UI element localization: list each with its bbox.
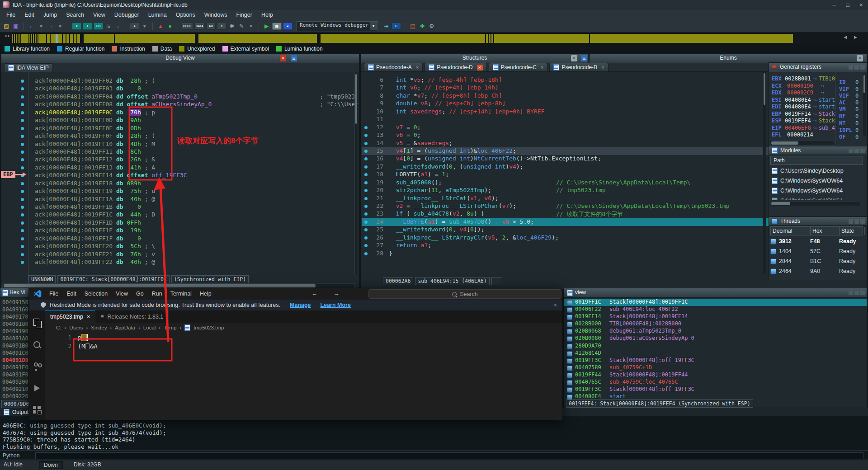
stack-row[interactable]: 0019FF44Stack[00000F48]:0019FF44 <box>564 371 867 379</box>
debug-icon[interactable] <box>33 384 42 393</box>
disasm-line[interactable]: ack[00000F48]:0019FF1B db 0 <box>2 203 359 211</box>
stack-row[interactable]: 00407589sub_40759C+1D <box>564 364 867 371</box>
breakpoint-dot-icon[interactable] <box>21 111 24 114</box>
breadcrumb-item[interactable]: tmp5023.tmp <box>193 325 224 330</box>
breakpoint-dot-icon[interactable] <box>21 182 24 185</box>
disassembly-vscrollbar[interactable] <box>354 72 358 274</box>
rename-caret-icon[interactable]: ▾ <box>141 22 149 30</box>
hex-address[interactable]: 00409220 <box>0 393 28 400</box>
navigation-band-strip[interactable]: ▼ <box>12 33 793 43</box>
navigation-band[interactable]: ◄► ▼ ◄► <box>0 33 868 44</box>
vscode-menu-view[interactable]: View <box>112 291 132 297</box>
learn-more-link[interactable]: Learn More <box>321 302 351 308</box>
breadcrumb-item[interactable]: Local <box>143 325 156 330</box>
disasm-line[interactable]: ack[00000F48]:0019FF20 db 5Ch ; \ <box>2 243 359 250</box>
flags-list[interactable]: ID0VIP0VIF0AC0VM0RF0NT0IOPL0OF0 <box>835 72 867 147</box>
modules-hscrollbar[interactable] <box>770 201 860 206</box>
flow-icon[interactable]: ≋ <box>104 22 113 30</box>
breakpoint-dot-icon[interactable] <box>364 189 368 192</box>
disasm-line[interactable]: ack[00000F48]:0019FF22 db 40h ; @ <box>2 258 359 266</box>
flag-row[interactable]: AC0 <box>835 99 867 106</box>
disasm-line[interactable]: ack[00000F48]:0019FF12 db 26h ; & <box>2 156 359 164</box>
hex-address[interactable]: 00409150 <box>0 299 28 306</box>
scrollbar-thumb[interactable] <box>771 141 798 145</box>
open-file-icon[interactable]: ▨ <box>2 22 10 30</box>
breakpoint-dot-icon[interactable] <box>364 221 368 224</box>
breadcrumb-item[interactable]: Users <box>69 325 83 330</box>
menu-options[interactable]: Options <box>171 10 200 20</box>
breakpoint-dot-icon[interactable] <box>364 165 368 169</box>
cli-language-label[interactable]: Python <box>3 452 19 459</box>
hex-address[interactable]: 004091C0 <box>0 350 28 357</box>
tab-pseudocode-b[interactable]: Pseudocode-B× <box>549 63 608 71</box>
threads-header[interactable]: DecimalHexState <box>770 226 863 235</box>
scrollbar-thumb[interactable] <box>764 73 765 105</box>
breadcrumb-item[interactable]: Sindey <box>91 325 107 330</box>
disasm-line[interactable]: ack[00000F48]:0019FF0F db 28h ; ( <box>2 132 359 140</box>
flag-row[interactable]: RF0 <box>835 113 867 120</box>
stack-row[interactable]: 020B0068debug061:aTmp5023Tmp_0 <box>564 328 867 335</box>
close-tab-icon[interactable]: × <box>87 314 90 320</box>
make-code-icon[interactable]: CODE <box>182 23 193 30</box>
start-process-icon[interactable]: ▶ <box>263 22 271 30</box>
menu-edit[interactable]: Edit <box>20 10 39 20</box>
breakpoint-dot-icon[interactable] <box>364 244 368 247</box>
window-list-icon[interactable]: ≣ <box>291 55 297 61</box>
flag-row[interactable]: NT0 <box>835 120 867 127</box>
menu-view[interactable]: View <box>89 10 110 20</box>
vscode-menu-edit[interactable]: Edit <box>62 291 80 297</box>
close-tab-icon[interactable]: × <box>601 65 604 70</box>
breakpoint-dot-icon[interactable] <box>21 158 24 161</box>
watches-window-icon[interactable]: 101 <box>94 23 103 30</box>
breakpoint-dot-icon[interactable] <box>364 150 368 153</box>
window-buttons[interactable] <box>849 65 865 70</box>
threads-col-header[interactable]: Decimal <box>771 227 811 235</box>
close-tab-icon[interactable]: × <box>416 65 419 70</box>
forward-caret-icon[interactable]: ▾ <box>56 22 64 30</box>
maximize-button[interactable]: □ <box>841 0 854 10</box>
tools-icon[interactable]: ⚙ <box>428 22 436 30</box>
scrollbar-thumb[interactable] <box>355 74 357 124</box>
register-row[interactable]: EBP0019FF14↪Stack <box>769 111 835 118</box>
make-data-icon[interactable]: DATA <box>194 23 205 30</box>
close-button[interactable]: × <box>854 0 868 10</box>
breakpoint-dot-icon[interactable] <box>21 213 24 216</box>
add-breakpoint-icon[interactable]: ✚ <box>418 22 426 30</box>
breakpoint-dot-icon[interactable] <box>364 236 368 240</box>
breadcrumb-item[interactable]: Temp <box>164 325 176 330</box>
dropdown-caret-icon[interactable]: ▼ <box>370 22 377 30</box>
trace-window-icon[interactable]: T <box>83 23 92 30</box>
stack-row[interactable]: 0040765Csub_40759C:loc_40765C <box>564 379 867 386</box>
star-icon[interactable]: ✱ <box>228 22 236 30</box>
stack-row[interactable]: 0019FF1CStack[00000F48]:0019FF1C <box>564 299 867 306</box>
breakpoint-dot-icon[interactable] <box>21 143 24 146</box>
breakpoint-dot-icon[interactable] <box>21 127 24 130</box>
window-buttons[interactable] <box>849 219 865 224</box>
disasm-line[interactable]: ack[00000F48]:0019FF13 db 41h ; A <box>2 164 359 172</box>
modules-path-header[interactable]: Path <box>770 156 863 165</box>
breakpoint-dot-icon[interactable] <box>21 198 24 201</box>
stack-row[interactable]: 020B0080debug061:aCUsersSindeyAp_0 <box>564 335 867 342</box>
breadcrumb-item[interactable]: C: <box>56 325 61 330</box>
breakpoint-dot-icon[interactable] <box>364 134 368 137</box>
hex-address[interactable]: 004091E0 <box>0 364 28 371</box>
hex-address[interactable]: 00409180 <box>0 321 28 328</box>
make-struct-icon[interactable]: AB <box>206 23 216 30</box>
flag-row[interactable]: IOPL0 <box>835 127 867 134</box>
breakpoint-dot-icon[interactable] <box>21 245 24 248</box>
module-row[interactable]: C:\Windows\SysWOW64 <box>769 196 867 200</box>
breakpoint-dot-icon[interactable] <box>21 221 24 225</box>
flag-row[interactable]: ID0 <box>835 79 867 86</box>
breadcrumb[interactable]: C:›Users›Sindey›AppData›Local›Temp›tmp50… <box>45 323 562 332</box>
menu-jump[interactable]: Jump <box>39 10 62 20</box>
disasm-line[interactable]: ack[00000F48]:0019FF14 dd offset off_19F… <box>2 172 359 179</box>
hex-address[interactable]: 00409210 <box>0 386 28 393</box>
tab-ida-view-eip[interactable]: IDA View-EIP <box>4 63 53 72</box>
flag-row[interactable]: VM0 <box>835 106 867 113</box>
menu-help[interactable]: Help <box>257 10 278 20</box>
modules-list[interactable]: C:\Users\Sindey\DesktopC:\Windows\SysWOW… <box>769 166 867 200</box>
jump-down-icon[interactable]: ↓ <box>114 22 122 30</box>
breakpoint-dot-icon[interactable] <box>21 80 24 83</box>
make-string-icon[interactable]: s <box>217 23 226 30</box>
disassembly-view[interactable]: ack[00000F48]:0019FF02 db 28h ; (ack[000… <box>2 72 359 280</box>
